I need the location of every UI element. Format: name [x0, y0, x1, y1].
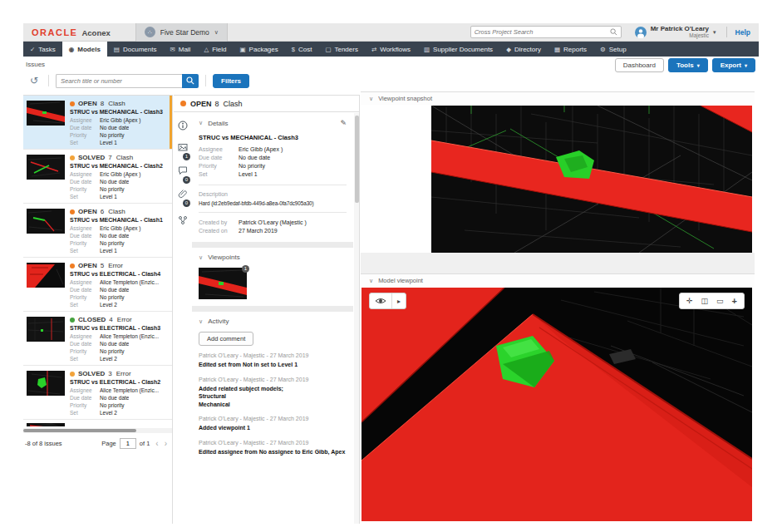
issue-thumbnail	[27, 155, 65, 180]
tab-reports[interactable]: ▦Reports	[548, 42, 593, 57]
chevron-down-icon: ∨	[369, 96, 373, 102]
description-label: Description	[199, 191, 347, 197]
chevron-down-icon: ∨	[199, 318, 203, 325]
viewpoint-snapshot-header[interactable]: ∨ Viewpoint snapshot	[361, 91, 755, 105]
viewpoint-panel: ∨ Viewpoint snapshot	[361, 91, 755, 524]
details-section-header[interactable]: ∨ Details ✎	[199, 119, 347, 127]
section-title: Details	[208, 120, 228, 127]
refresh-icon[interactable]: ↺	[30, 75, 38, 86]
directory-icon: ◆	[506, 46, 511, 53]
expand-panel-button[interactable]: ▸	[392, 298, 406, 305]
tab-field[interactable]: △Field	[197, 42, 233, 57]
viewpoints-icon[interactable]	[174, 142, 192, 152]
search-button[interactable]	[182, 74, 199, 88]
issue-list-item[interactable]: CLOSED4Error STRUC vs ELECTRICAL - Clash…	[23, 312, 172, 366]
issue-title: STRUC vs ELECTRICAL - Clash2	[70, 379, 167, 385]
main-nav: ✓Tasks ◉Models ▤Documents ✉Mail △Field ▣…	[23, 42, 759, 57]
help-link[interactable]: Help	[735, 28, 750, 37]
tools-button[interactable]: Tools▾	[668, 58, 708, 72]
pan-icon[interactable]: ✛	[686, 297, 693, 305]
project-selector[interactable]: ∴ Five Star Demo ∨	[135, 23, 228, 42]
search-icon	[186, 76, 194, 85]
viewer-left-toolbar: ▸	[369, 293, 406, 309]
activity-text: Structural	[199, 392, 347, 401]
model-viewpoint-header[interactable]: ∨ Model viewpoint	[361, 273, 755, 287]
tab-cost[interactable]: $Cost	[285, 42, 319, 57]
info-icon[interactable]	[174, 121, 192, 131]
issue-list-item[interactable]: SOLVED3Error STRUC vs ELECTRICAL - Clash…	[23, 366, 172, 420]
user-menu[interactable]: Mr Patrick O'Leary Majestic ▾	[635, 26, 716, 39]
activity-section-header[interactable]: ∨ Activity	[199, 318, 347, 325]
issue-number: 8	[101, 100, 104, 107]
tab-workflows[interactable]: ⇄Workflows	[365, 42, 417, 57]
issue-list-item[interactable]: OPEN5Error STRUC vs ELECTRICAL - Clash4 …	[23, 258, 172, 312]
tab-tasks[interactable]: ✓Tasks	[23, 42, 62, 57]
caret-down-icon: ▾	[745, 62, 747, 68]
page-input[interactable]	[120, 438, 136, 449]
page-prev-icon[interactable]: ‹	[155, 439, 158, 448]
section-box-icon[interactable]: ◫	[701, 297, 709, 305]
issue-list-item[interactable]: OPEN8Clash STRUC vs MECHANICAL - Clash3 …	[23, 96, 172, 150]
activity-text: Edited set from Not in set to Level 1	[199, 361, 347, 369]
activity-text: Edited assignee from No assignee to Eric…	[199, 448, 347, 456]
workflows-icon: ⇄	[371, 46, 376, 53]
tab-tenders[interactable]: ▢Tenders	[318, 42, 365, 57]
user-name: Mr Patrick O'Leary	[651, 26, 709, 32]
viewpoint-thumbnail[interactable]: 1	[199, 268, 247, 299]
field-label: Assignee	[70, 332, 100, 340]
tab-packages[interactable]: ▣Packages	[234, 42, 285, 57]
related-models-icon[interactable]	[174, 215, 192, 225]
issue-thumbnail	[27, 423, 65, 426]
edit-icon[interactable]: ✎	[340, 119, 347, 127]
play-icon: ▸	[397, 298, 401, 305]
field-value: Eric Gibb (Apex )	[100, 170, 141, 178]
add-comment-button[interactable]: Add comment	[199, 332, 253, 346]
tab-documents[interactable]: ▤Documents	[107, 42, 164, 57]
tab-supplier-documents[interactable]: ▥Supplier Documents	[417, 42, 499, 57]
issue-summary: OPEN8Clash STRUC vs MECHANICAL - Clash3 …	[70, 99, 167, 149]
zoom-in-icon[interactable]: +	[732, 296, 737, 306]
issue-detail-panel: OPEN 8 Clash 1 0 0 ∨ Details ✎ STRUC vs …	[174, 95, 360, 524]
filters-button[interactable]: Filters	[213, 74, 249, 88]
activity-entry: Patrick O'Leary - Majestic - 27 March 20…	[199, 352, 347, 369]
horizontal-scrollbar-thumb[interactable]	[23, 429, 136, 432]
export-button[interactable]: Export▾	[712, 58, 755, 72]
activity-meta: Patrick O'Leary - Majestic - 27 March 20…	[199, 377, 347, 382]
activity-meta: Patrick O'Leary - Majestic - 27 March 20…	[199, 440, 347, 446]
field-value: Alice Templeton (Enzic...	[100, 278, 159, 286]
page-label: Page	[101, 440, 116, 447]
eye-icon	[375, 297, 386, 305]
section-gap	[192, 242, 353, 248]
tab-directory[interactable]: ◆Directory	[499, 42, 548, 57]
comments-icon[interactable]	[174, 165, 192, 175]
issue-list-item[interactable]: OPEN6Clash STRUC vs MECHANICAL - Clash1 …	[23, 204, 172, 258]
supplier-documents-icon: ▥	[424, 46, 430, 53]
dashboard-button[interactable]: Dashboard	[615, 58, 664, 72]
project-name: Five Star Demo	[160, 28, 209, 37]
visibility-eye-button[interactable]	[370, 297, 391, 305]
model-3d-render	[361, 288, 752, 521]
issue-search-input[interactable]	[56, 74, 182, 88]
page-next-icon[interactable]: ›	[165, 439, 167, 448]
field-value: No due date	[100, 286, 129, 293]
tab-models[interactable]: ◉Models	[62, 42, 107, 57]
divider	[205, 75, 206, 86]
attachments-icon[interactable]	[174, 189, 192, 199]
measure-icon[interactable]: ▭	[716, 297, 724, 305]
chevron-down-icon: ∨	[369, 278, 373, 284]
detail-type: Clash	[224, 100, 243, 108]
field-value: No priority	[100, 401, 125, 409]
tab-mail[interactable]: ✉Mail	[163, 42, 197, 57]
cross-project-search-input[interactable]	[475, 28, 610, 36]
issue-list-item[interactable]: SOLVED7Clash STRUC vs MECHANICAL - Clash…	[23, 150, 172, 204]
issue-summary: SOLVED3Error STRUC vs ELECTRICAL - Clash…	[70, 369, 167, 419]
vertical-scrollbar-thumb[interactable]	[355, 116, 359, 203]
issue-list-item-partial[interactable]	[23, 420, 172, 426]
field-value: No due date	[239, 154, 270, 162]
status-dot	[70, 264, 75, 268]
search-icon[interactable]	[610, 28, 617, 36]
model-viewpoint-canvas[interactable]: ▸ ✛ ◫ ▭ +	[361, 288, 752, 521]
page-actions: Dashboard Tools▾ Export▾	[615, 58, 755, 72]
viewpoints-section-header[interactable]: ∨ Viewpoints	[199, 254, 347, 261]
tab-setup[interactable]: ⚙Setup	[593, 42, 633, 57]
